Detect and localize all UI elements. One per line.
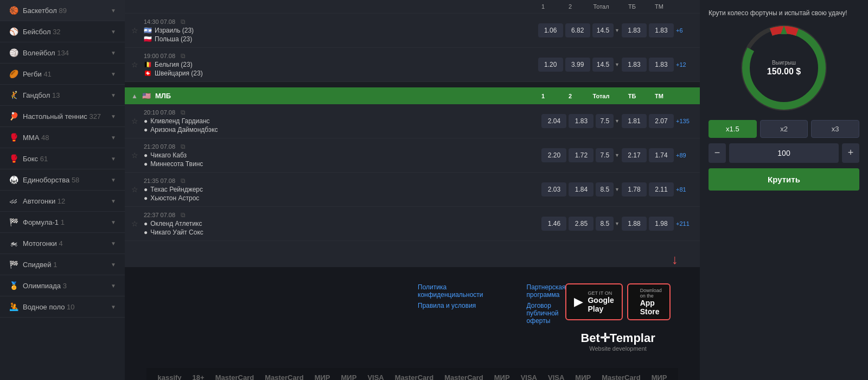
sidebar-item-mma[interactable]: 🥊 ММА 48 ▼	[0, 127, 125, 148]
sidebar-icon-rugby: 🏉	[9, 69, 18, 79]
sidebar-item-rugby[interactable]: 🏉 Регби 41 ▼	[0, 64, 125, 85]
mlb-tb-btn-2[interactable]: 1.78	[622, 182, 647, 197]
footer-offer-link[interactable]: Договор публичной оферты	[527, 302, 566, 325]
sidebar-item-volleyball[interactable]: 🏐 Волейбол 134 ▼	[0, 42, 125, 64]
mlb-tb-btn-3[interactable]: 1.88	[622, 217, 647, 231]
mlb-more-btn-2[interactable]: +81	[676, 186, 693, 193]
mlb-odds1-btn-3[interactable]: 1.46	[541, 217, 566, 231]
prev-chevron-0[interactable]: ▼	[615, 28, 620, 33]
mlb-section-header: ▲ 🇺🇸 МЛБ 1 2 Тотал ТБ ТМ	[125, 87, 700, 104]
mlb-chevron-0[interactable]: ▼	[615, 118, 620, 124]
mult-btn-3[interactable]: x3	[811, 120, 859, 138]
mlb-chevron-3[interactable]: ▼	[615, 221, 620, 226]
prev-tm-btn-1[interactable]: 1.83	[649, 58, 674, 72]
sidebar-chevron-formula1: ▼	[111, 219, 116, 225]
mlb-flag1-0: ●	[144, 117, 148, 125]
google-play-btn[interactable]: ▶ GET IT ON Google Play	[565, 283, 622, 320]
google-play-name: Google Play	[588, 296, 614, 313]
copy-icon-2[interactable]: ⧉	[181, 177, 186, 185]
prev-odds2-btn-1[interactable]: 3.99	[565, 58, 590, 72]
copy-icon-0[interactable]: ⧉	[181, 18, 186, 26]
mlb-odds2-btn-1[interactable]: 1.72	[569, 148, 593, 162]
star-icon-3[interactable]: ☆	[131, 219, 138, 228]
mlb-odds1-btn-1[interactable]: 2.20	[541, 148, 566, 162]
mlb-team1-3: ● Окленд Атлетикс	[144, 220, 538, 227]
arrow-down-icon: ↓	[672, 252, 678, 267]
app-store-btn[interactable]: Download on the App Store	[627, 283, 671, 320]
sidebar-item-waterpolo[interactable]: 🤽 Водное поло 10 ▼	[0, 296, 125, 318]
star-icon-2[interactable]: ☆	[131, 185, 138, 194]
mlb-odds2-btn-2[interactable]: 1.84	[569, 182, 593, 197]
star-icon-1[interactable]: ☆	[131, 60, 138, 69]
prev-flag2-0: 🇵🇱	[144, 35, 152, 43]
payment-mc5: MasterCard	[602, 373, 641, 380]
mult-btn-1-5[interactable]: x1.5	[709, 120, 757, 138]
mlb-chevron-2[interactable]: ▼	[615, 187, 620, 192]
sidebar-item-handball[interactable]: 🤾 Гандбол 13 ▼	[0, 85, 125, 106]
payment-visa1: VISA	[367, 373, 384, 380]
footer-partner-link[interactable]: Партнерская программа	[527, 283, 566, 299]
prev-odds2-btn-0[interactable]: 6.82	[565, 23, 590, 37]
prev-more-btn-1[interactable]: +12	[676, 61, 693, 68]
mlb-team1-1: ● Чикаго Кабз	[144, 151, 538, 159]
mlb-total-1: 7.5 ▼	[596, 148, 620, 162]
amount-input[interactable]	[729, 143, 839, 163]
mlb-more-btn-3[interactable]: +211	[676, 220, 693, 227]
prev-chevron-1[interactable]: ▼	[615, 62, 620, 67]
mlb-tb-btn-1[interactable]: 2.17	[622, 148, 647, 162]
payment-mc2: MasterCard	[265, 373, 304, 380]
prev-more-btn-0[interactable]: +6	[676, 27, 693, 34]
sidebar-item-baseball[interactable]: ⚾ Бейсбол 32 ▼	[0, 21, 125, 42]
prev-odds1-btn-0[interactable]: 1.06	[538, 23, 563, 37]
mlb-tb-btn-0[interactable]: 1.81	[622, 114, 647, 128]
sidebar-item-left-boxing: 🥊 Бокс 61	[9, 154, 48, 163]
prev-match-time-1: 19:00 07.08 ⧉	[144, 52, 535, 60]
star-icon-1[interactable]: ☆	[131, 151, 138, 160]
mlb-odds1-btn-2[interactable]: 2.03	[541, 182, 566, 197]
prev-tm-btn-0[interactable]: 1.83	[649, 23, 674, 37]
main-content: 1 2 Тотал ТБ ТМ ☆ 14:30 07.08 ⧉ 🇮🇱 Израи…	[125, 0, 700, 380]
star-icon-0[interactable]: ☆	[131, 117, 138, 125]
sidebar-item-racing[interactable]: 🏎 Автогонки 12 ▼	[0, 191, 125, 212]
footer-terms-link[interactable]: Правила и условия	[418, 302, 483, 309]
prev-odds1-btn-1[interactable]: 1.20	[538, 58, 563, 72]
mlb-tm-btn-0[interactable]: 2.07	[649, 114, 674, 128]
sidebar-item-speedway[interactable]: 🏁 Спидвей 1 ▼	[0, 254, 125, 275]
sidebar-icon-formula1: 🏁	[9, 217, 18, 227]
mult-btn-2[interactable]: x2	[760, 120, 808, 138]
mlb-odds-3: 1.46 2.85 8.5 ▼ 1.88 1.98 +211	[541, 217, 693, 231]
mlb-odds2-btn-0[interactable]: 1.83	[569, 114, 593, 128]
footer-app-buttons: ▶ GET IT ON Google Play Download on the …	[565, 283, 670, 320]
sidebar-item-motogp[interactable]: 🏍 Мотогонки 4 ▼	[0, 233, 125, 254]
sidebar-item-formula1[interactable]: 🏁 Формула-1 1 ▼	[0, 212, 125, 233]
prev-tb-btn-0[interactable]: 1.83	[622, 23, 647, 37]
spin-btn[interactable]: Крутить	[709, 168, 859, 191]
sidebar-item-basketball[interactable]: 🏀 Баскетбол 89 ▼	[0, 0, 125, 21]
star-icon-0[interactable]: ☆	[131, 26, 138, 35]
prev-match-teams-0: 🇮🇱 Израиль (23) 🇵🇱 Польша (23)	[144, 27, 535, 43]
mlb-collapse-btn[interactable]: ▲	[131, 92, 138, 100]
mlb-more-btn-1[interactable]: +89	[676, 152, 693, 159]
footer-privacy-link[interactable]: Политика конфиденциальности	[418, 283, 483, 299]
copy-icon-0[interactable]: ⧉	[181, 109, 186, 116]
mlb-tm-btn-1[interactable]: 1.74	[649, 148, 674, 162]
mlb-odds1-btn-0[interactable]: 2.04	[541, 114, 566, 128]
copy-icon-1[interactable]: ⧉	[181, 52, 186, 60]
sidebar-label-motogp: Мотогонки 4	[23, 239, 63, 248]
mlb-odds2-btn-3[interactable]: 2.85	[569, 217, 593, 231]
sidebar-item-boxing[interactable]: 🥊 Бокс 61 ▼	[0, 148, 125, 169]
payment-visa3: VISA	[548, 373, 564, 380]
copy-icon-1[interactable]: ⧉	[181, 143, 186, 150]
mlb-match-teams-0: ● Кливленд Гардианс ● Аризона Даймондбэк…	[144, 117, 538, 134]
copy-icon-3[interactable]: ⧉	[181, 211, 186, 219]
amount-minus-btn[interactable]: −	[709, 143, 726, 163]
prev-tb-btn-1[interactable]: 1.83	[622, 58, 647, 72]
mlb-chevron-1[interactable]: ▼	[615, 153, 620, 158]
mlb-tm-btn-2[interactable]: 2.11	[649, 182, 674, 197]
amount-plus-btn[interactable]: +	[842, 143, 859, 163]
sidebar-item-olympics[interactable]: 🏅 Олимпиада 3 ▼	[0, 275, 125, 296]
mlb-more-btn-0[interactable]: +135	[676, 118, 693, 124]
sidebar-item-martial[interactable]: 🥋 Единоборства 58 ▼	[0, 169, 125, 191]
sidebar-item-tabletennis[interactable]: 🏓 Настольный теннис 327 ▼	[0, 106, 125, 127]
mlb-tm-btn-3[interactable]: 1.98	[649, 217, 674, 231]
